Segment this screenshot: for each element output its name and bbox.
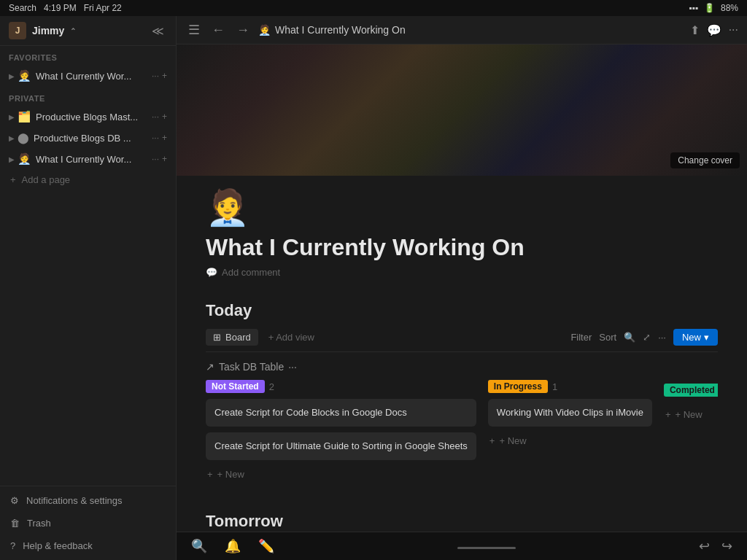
- in-progress-badge: In Progress: [488, 380, 548, 393]
- arrow-icon: ↗: [206, 361, 214, 373]
- search-view-button[interactable]: 🔍: [624, 332, 635, 343]
- breadcrumb-title: What I Currently Working On: [275, 24, 406, 36]
- user-info[interactable]: J Jimmy ⌃: [9, 22, 76, 39]
- back-bottom-button[interactable]: ↩: [699, 538, 710, 554]
- more-icon[interactable]: ···: [152, 133, 159, 143]
- add-icon[interactable]: +: [162, 154, 167, 164]
- more-icon[interactable]: ···: [152, 154, 159, 164]
- page-header: 🧑‍💼 What I Currently Working On 💬 Add co…: [177, 176, 747, 295]
- status-bar: Search 4:19 PM Fri Apr 22 ▪▪▪ 🔋 88%: [0, 0, 747, 16]
- sidebar-controls: ≪: [149, 23, 167, 39]
- collapse-sidebar-button[interactable]: ≪: [149, 23, 167, 39]
- sidebar-item-private-2[interactable]: ▶ ⬤ Productive Blogs DB ... ··· +: [3, 128, 173, 147]
- column-header-in-progress: In Progress 1: [488, 380, 652, 393]
- edit-bottom-button[interactable]: ✏️: [258, 538, 274, 554]
- status-date: Fri Apr 22: [84, 3, 122, 13]
- filter-button[interactable]: Filter: [570, 332, 592, 343]
- hamburger-button[interactable]: ☰: [185, 20, 203, 39]
- search-bottom-button[interactable]: 🔍: [191, 538, 207, 554]
- section-today: Today ⊞ Board + Add view Filter Sort 🔍 ⤢…: [177, 295, 747, 494]
- trash-button[interactable]: 🗑 Trash: [0, 512, 176, 534]
- board-tab[interactable]: ⊞ Board: [206, 329, 258, 346]
- back-nav-button[interactable]: ←: [209, 21, 228, 39]
- new-item-button[interactable]: New ▾: [673, 329, 718, 346]
- fullscreen-button[interactable]: ⤢: [643, 332, 651, 343]
- favorites-label: FAVORITES: [0, 46, 176, 65]
- trash-label: Trash: [27, 518, 51, 529]
- trash-icon: 🗑: [10, 518, 20, 529]
- column-completed: Completed 0 + + + New: [664, 380, 718, 483]
- page-emoji: 🧑‍💼: [206, 187, 718, 228]
- add-card-not-started-button[interactable]: + + New: [206, 466, 476, 483]
- more-icon[interactable]: ···: [152, 71, 159, 81]
- add-icon[interactable]: +: [162, 112, 167, 122]
- card-1[interactable]: Create Script for Code Blocks in Google …: [206, 399, 476, 427]
- not-started-badge: Not Started: [206, 380, 265, 393]
- change-cover-button[interactable]: Change cover: [670, 152, 740, 168]
- add-icon[interactable]: +: [162, 133, 167, 143]
- tomorrow-title: Tomorrow: [206, 512, 718, 531]
- add-card-label: + New: [217, 469, 244, 480]
- board-icon: ⊞: [213, 332, 221, 343]
- battery-icon: 🔋: [704, 3, 715, 13]
- app-container: J Jimmy ⌃ ≪ FAVORITES ▶ 🧑‍💼 What I Curre…: [0, 16, 747, 560]
- column-in-progress: In Progress 1 Working With Video Clips i…: [488, 380, 652, 483]
- add-card-label: + New: [676, 409, 703, 420]
- page-icon: 🧑‍💼: [18, 152, 31, 166]
- add-page-button[interactable]: + Add a page: [0, 170, 176, 190]
- share-button[interactable]: ⬆: [690, 23, 700, 37]
- board-tab-label: Board: [225, 332, 251, 343]
- sidebar-item-private-3[interactable]: ▶ 🧑‍💼 What I Currently Wor... ··· +: [3, 149, 173, 169]
- page-area: Change cover 🧑‍💼 What I Currently Workin…: [177, 44, 747, 532]
- column-header-not-started: Not Started 2: [206, 380, 476, 393]
- bell-bottom-button[interactable]: 🔔: [225, 538, 241, 554]
- chevron-down-icon: ▾: [704, 332, 709, 343]
- sidebar-item-private-1[interactable]: ▶ 🗂️ Productive Blogs Mast... ··· +: [3, 106, 173, 127]
- help-feedback-button[interactable]: ? Help & feedback: [0, 534, 176, 557]
- add-comment-button[interactable]: 💬 Add comment: [206, 267, 718, 278]
- sort-button[interactable]: Sort: [599, 332, 616, 343]
- comment-button[interactable]: 💬: [707, 23, 721, 37]
- forward-nav-button[interactable]: →: [233, 21, 252, 39]
- view-toolbar-today: ⊞ Board + Add view Filter Sort 🔍 ⤢ ··· N…: [206, 329, 718, 352]
- help-icon: ?: [10, 540, 15, 551]
- username: Jimmy: [32, 25, 64, 36]
- card-3[interactable]: Working With Video Clips in iMovie: [488, 399, 652, 427]
- toolbar-right: ⬆ 💬 ···: [690, 23, 738, 37]
- add-card-completed-button[interactable]: + + New: [664, 406, 718, 423]
- db-title-label[interactable]: Task DB Table: [219, 361, 284, 373]
- db-title: ↗ Task DB Table ···: [206, 361, 297, 373]
- avatar: J: [9, 22, 26, 39]
- notifications-settings-button[interactable]: ⚙ Notifications & settings: [0, 489, 176, 512]
- add-card-in-progress-button[interactable]: + + New: [488, 432, 652, 449]
- view-more-button[interactable]: ···: [658, 332, 666, 343]
- view-toolbar-right: Filter Sort 🔍 ⤢ ··· New ▾: [570, 329, 718, 346]
- page-icon: 🧑‍💼: [18, 69, 31, 82]
- add-icon[interactable]: +: [162, 71, 167, 81]
- forward-bottom-button[interactable]: ↪: [721, 538, 732, 554]
- sidebar-item-favorites-1[interactable]: ▶ 🧑‍💼 What I Currently Wor... ··· +: [3, 66, 173, 86]
- card-2[interactable]: Create Script for Ultimate Guide to Sort…: [206, 432, 476, 460]
- board-area-today: Not Started 2 Create Script for Code Blo…: [206, 380, 718, 489]
- chevron-icon: ▶: [9, 113, 15, 121]
- add-card-label: + New: [499, 435, 526, 446]
- column-not-started: Not Started 2 Create Script for Code Blo…: [206, 380, 476, 483]
- page-title: What I Currently Working On: [206, 234, 718, 261]
- gear-icon: ⚙: [10, 495, 19, 506]
- add-view-button[interactable]: + Add view: [264, 329, 319, 346]
- breadcrumb: 🧑‍💼 What I Currently Working On: [258, 24, 406, 36]
- more-options-button[interactable]: ···: [729, 23, 738, 36]
- more-icon[interactable]: ···: [152, 112, 159, 122]
- chevron-icon: ▶: [9, 72, 15, 80]
- help-label: Help & feedback: [23, 540, 92, 551]
- notifications-label: Notifications & settings: [26, 495, 123, 506]
- new-button-label: New: [682, 332, 701, 343]
- db-more-icon[interactable]: ···: [288, 361, 297, 373]
- sidebar-item-actions: ··· +: [152, 112, 167, 122]
- plus-icon: +: [10, 174, 16, 185]
- comment-icon: 💬: [206, 267, 217, 278]
- sidebar-item-label: Productive Blogs DB ...: [34, 133, 152, 144]
- add-page-label: Add a page: [22, 174, 71, 185]
- not-started-count: 2: [269, 381, 274, 392]
- main-content: ☰ ← → 🧑‍💼 What I Currently Working On ⬆ …: [177, 16, 747, 560]
